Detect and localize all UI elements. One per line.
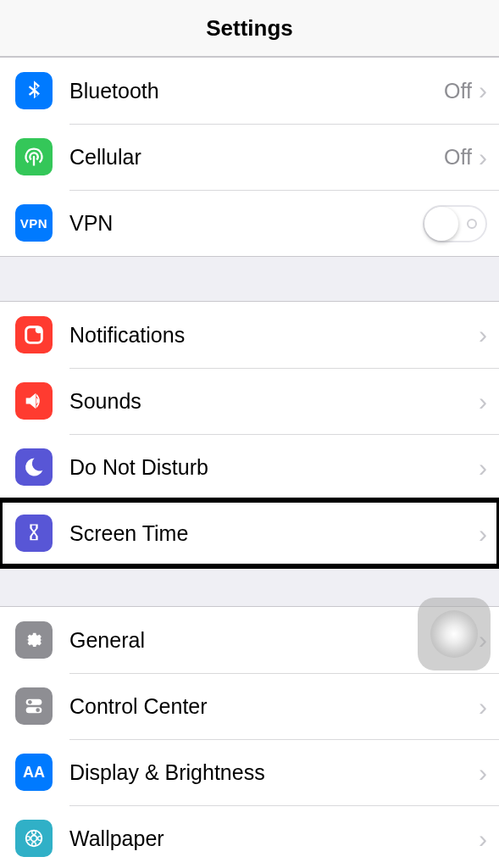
chevron-right-icon: › bbox=[479, 694, 487, 720]
row-screen-time[interactable]: Screen Time › bbox=[0, 500, 499, 566]
chevron-right-icon: › bbox=[479, 78, 487, 103]
row-display[interactable]: AA Display & Brightness › bbox=[0, 739, 499, 805]
settings-group-alerts: Notifications › Sounds › Do Not Disturb … bbox=[0, 301, 499, 567]
svg-point-11 bbox=[38, 837, 42, 841]
control-center-label: Control Center bbox=[69, 694, 479, 719]
svg-point-6 bbox=[26, 831, 42, 847]
svg-point-3 bbox=[28, 700, 32, 704]
row-sounds[interactable]: Sounds › bbox=[0, 368, 499, 434]
row-dnd[interactable]: Do Not Disturb › bbox=[0, 434, 499, 500]
group-separator bbox=[0, 257, 499, 301]
sounds-icon bbox=[15, 382, 53, 420]
row-wallpaper[interactable]: Wallpaper › bbox=[0, 805, 499, 868]
notifications-label: Notifications bbox=[69, 323, 479, 348]
chevron-right-icon: › bbox=[479, 826, 487, 852]
header: Settings bbox=[0, 0, 499, 57]
bluetooth-value: Off bbox=[444, 79, 472, 103]
notifications-icon bbox=[15, 316, 53, 353]
vpn-icon-text: VPN bbox=[20, 216, 47, 231]
row-notifications[interactable]: Notifications › bbox=[0, 302, 499, 368]
wallpaper-icon bbox=[15, 820, 53, 857]
chevron-right-icon: › bbox=[479, 145, 487, 170]
assistive-touch-icon bbox=[430, 610, 478, 658]
sounds-label: Sounds bbox=[69, 389, 479, 414]
toggle-off-indicator bbox=[467, 219, 477, 229]
settings-group-connectivity: Bluetooth Off › Cellular Off › VPN VPN bbox=[0, 57, 499, 257]
chevron-right-icon: › bbox=[479, 322, 487, 348]
row-cellular[interactable]: Cellular Off › bbox=[0, 124, 499, 190]
vpn-icon: VPN bbox=[15, 204, 53, 242]
control-center-icon bbox=[15, 687, 53, 725]
row-bluetooth[interactable]: Bluetooth Off › bbox=[0, 58, 499, 124]
chevron-right-icon: › bbox=[479, 760, 487, 786]
chevron-right-icon: › bbox=[479, 521, 487, 547]
wallpaper-label: Wallpaper bbox=[69, 826, 479, 851]
bluetooth-label: Bluetooth bbox=[69, 79, 444, 103]
dnd-label: Do Not Disturb bbox=[69, 455, 479, 480]
screen-time-label: Screen Time bbox=[69, 521, 479, 546]
svg-point-10 bbox=[26, 837, 30, 841]
cellular-label: Cellular bbox=[69, 145, 444, 170]
screen-time-icon bbox=[15, 515, 53, 552]
display-icon-text: AA bbox=[23, 764, 45, 782]
general-icon bbox=[15, 621, 53, 659]
row-control-center[interactable]: Control Center › bbox=[0, 673, 499, 739]
display-icon: AA bbox=[15, 754, 53, 791]
svg-point-1 bbox=[36, 326, 42, 333]
assistive-touch-button[interactable] bbox=[418, 598, 491, 670]
display-label: Display & Brightness bbox=[69, 760, 479, 785]
chevron-right-icon: › bbox=[479, 455, 487, 481]
cellular-value: Off bbox=[444, 145, 472, 170]
chevron-right-icon: › bbox=[479, 389, 487, 415]
svg-point-5 bbox=[36, 708, 40, 712]
dnd-icon bbox=[15, 448, 53, 486]
vpn-toggle[interactable] bbox=[423, 205, 487, 242]
cellular-icon bbox=[15, 138, 53, 175]
row-vpn[interactable]: VPN VPN bbox=[0, 190, 499, 256]
toggle-knob bbox=[424, 207, 458, 241]
bluetooth-icon bbox=[15, 72, 53, 109]
page-title: Settings bbox=[206, 15, 293, 42]
svg-point-7 bbox=[31, 836, 37, 842]
vpn-label: VPN bbox=[69, 211, 423, 236]
